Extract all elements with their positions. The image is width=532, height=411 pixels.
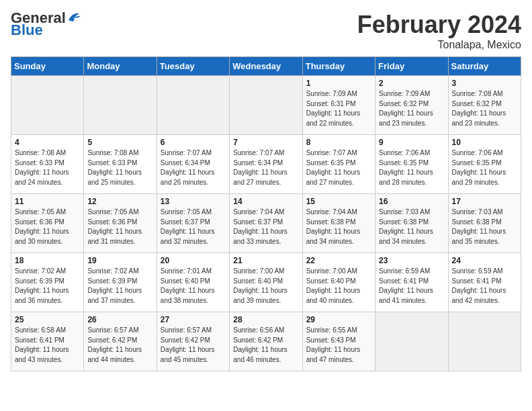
- page-header: General Blue February 2024 Tonalapa, Mex…: [11, 11, 521, 51]
- logo-bird-icon: [67, 11, 82, 23]
- calendar-cell: 11Sunrise: 7:05 AM Sunset: 6:36 PM Dayli…: [11, 194, 84, 253]
- day-info: Sunrise: 7:07 AM Sunset: 6:35 PM Dayligh…: [306, 148, 371, 187]
- day-number: 22: [306, 256, 371, 265]
- day-number: 19: [87, 256, 152, 265]
- calendar-subtitle: Tonalapa, Mexico: [357, 39, 521, 51]
- day-number: 18: [15, 256, 80, 265]
- day-number: 12: [87, 197, 152, 206]
- calendar-cell: 17Sunrise: 7:03 AM Sunset: 6:38 PM Dayli…: [448, 194, 521, 253]
- header-monday: Monday: [84, 57, 157, 76]
- day-info: Sunrise: 7:06 AM Sunset: 6:35 PM Dayligh…: [379, 148, 444, 187]
- day-info: Sunrise: 7:03 AM Sunset: 6:38 PM Dayligh…: [452, 208, 517, 246]
- calendar-cell: 23Sunrise: 6:59 AM Sunset: 6:41 PM Dayli…: [375, 253, 448, 312]
- week-row-4: 18Sunrise: 7:02 AM Sunset: 6:39 PM Dayli…: [11, 253, 521, 312]
- day-number: 9: [379, 138, 444, 147]
- day-number: 1: [306, 79, 371, 88]
- day-info: Sunrise: 7:05 AM Sunset: 6:36 PM Dayligh…: [87, 208, 152, 246]
- day-info: Sunrise: 7:04 AM Sunset: 6:37 PM Dayligh…: [233, 208, 298, 246]
- day-info: Sunrise: 7:02 AM Sunset: 6:39 PM Dayligh…: [87, 267, 152, 306]
- calendar-cell: 13Sunrise: 7:05 AM Sunset: 6:37 PM Dayli…: [157, 194, 229, 253]
- day-info: Sunrise: 6:57 AM Sunset: 6:42 PM Dayligh…: [87, 326, 152, 365]
- calendar-cell: 16Sunrise: 7:03 AM Sunset: 6:38 PM Dayli…: [375, 194, 448, 253]
- day-info: Sunrise: 6:57 AM Sunset: 6:42 PM Dayligh…: [161, 326, 226, 365]
- logo: General Blue: [11, 11, 82, 38]
- week-row-5: 25Sunrise: 6:58 AM Sunset: 6:41 PM Dayli…: [11, 312, 521, 371]
- calendar-cell: 2Sunrise: 7:09 AM Sunset: 6:32 PM Daylig…: [375, 76, 448, 135]
- day-number: 25: [15, 315, 80, 324]
- calendar-cell: 4Sunrise: 7:08 AM Sunset: 6:33 PM Daylig…: [11, 135, 84, 194]
- day-number: 2: [379, 79, 444, 88]
- day-number: 16: [379, 197, 444, 206]
- day-info: Sunrise: 7:05 AM Sunset: 6:37 PM Dayligh…: [161, 208, 226, 246]
- calendar-cell: 24Sunrise: 6:59 AM Sunset: 6:41 PM Dayli…: [448, 253, 521, 312]
- calendar-cell: [84, 76, 157, 135]
- header-friday: Friday: [375, 57, 448, 76]
- day-info: Sunrise: 7:07 AM Sunset: 6:34 PM Dayligh…: [161, 148, 226, 187]
- calendar-cell: 10Sunrise: 7:06 AM Sunset: 6:35 PM Dayli…: [448, 135, 521, 194]
- day-number: 3: [452, 79, 517, 88]
- week-row-3: 11Sunrise: 7:05 AM Sunset: 6:36 PM Dayli…: [11, 194, 521, 253]
- day-info: Sunrise: 7:05 AM Sunset: 6:36 PM Dayligh…: [15, 208, 80, 246]
- day-info: Sunrise: 7:03 AM Sunset: 6:38 PM Dayligh…: [379, 208, 444, 246]
- calendar-cell: [448, 312, 521, 371]
- day-info: Sunrise: 6:59 AM Sunset: 6:41 PM Dayligh…: [379, 267, 444, 306]
- day-number: 8: [306, 138, 371, 147]
- header-row: Sunday Monday Tuesday Wednesday Thursday…: [11, 57, 521, 76]
- calendar-cell: 14Sunrise: 7:04 AM Sunset: 6:37 PM Dayli…: [230, 194, 302, 253]
- day-info: Sunrise: 7:08 AM Sunset: 6:33 PM Dayligh…: [87, 148, 152, 187]
- calendar-header: Sunday Monday Tuesday Wednesday Thursday…: [11, 57, 521, 76]
- day-info: Sunrise: 7:09 AM Sunset: 6:31 PM Dayligh…: [306, 89, 371, 128]
- day-number: 21: [233, 256, 298, 265]
- header-tuesday: Tuesday: [157, 57, 229, 76]
- calendar-cell: 21Sunrise: 7:00 AM Sunset: 6:40 PM Dayli…: [230, 253, 302, 312]
- day-info: Sunrise: 7:09 AM Sunset: 6:32 PM Dayligh…: [379, 89, 444, 128]
- week-row-2: 4Sunrise: 7:08 AM Sunset: 6:33 PM Daylig…: [11, 135, 521, 194]
- day-info: Sunrise: 7:01 AM Sunset: 6:40 PM Dayligh…: [161, 267, 226, 306]
- day-info: Sunrise: 6:58 AM Sunset: 6:41 PM Dayligh…: [15, 326, 80, 365]
- calendar-cell: [375, 312, 448, 371]
- calendar-table: Sunday Monday Tuesday Wednesday Thursday…: [11, 56, 521, 371]
- logo-blue-text: Blue: [11, 23, 43, 38]
- day-info: Sunrise: 7:00 AM Sunset: 6:40 PM Dayligh…: [306, 267, 371, 306]
- day-number: 11: [15, 197, 80, 206]
- calendar-cell: 12Sunrise: 7:05 AM Sunset: 6:36 PM Dayli…: [84, 194, 157, 253]
- day-number: 15: [306, 197, 371, 206]
- calendar-title: February 2024: [357, 11, 521, 39]
- day-info: Sunrise: 7:07 AM Sunset: 6:34 PM Dayligh…: [233, 148, 298, 187]
- calendar-cell: 9Sunrise: 7:06 AM Sunset: 6:35 PM Daylig…: [375, 135, 448, 194]
- day-info: Sunrise: 7:00 AM Sunset: 6:40 PM Dayligh…: [233, 267, 298, 306]
- calendar-cell: 25Sunrise: 6:58 AM Sunset: 6:41 PM Dayli…: [11, 312, 84, 371]
- calendar-cell: 20Sunrise: 7:01 AM Sunset: 6:40 PM Dayli…: [157, 253, 229, 312]
- day-number: 10: [452, 138, 517, 147]
- title-block: February 2024 Tonalapa, Mexico: [357, 11, 521, 51]
- calendar-cell: 7Sunrise: 7:07 AM Sunset: 6:34 PM Daylig…: [230, 135, 302, 194]
- day-number: 6: [161, 138, 226, 147]
- calendar-cell: [157, 76, 229, 135]
- day-number: 13: [161, 197, 226, 206]
- day-number: 28: [233, 315, 298, 324]
- header-thursday: Thursday: [302, 57, 375, 76]
- calendar-cell: 29Sunrise: 6:55 AM Sunset: 6:43 PM Dayli…: [302, 312, 375, 371]
- calendar-cell: 26Sunrise: 6:57 AM Sunset: 6:42 PM Dayli…: [84, 312, 157, 371]
- calendar-body: 1Sunrise: 7:09 AM Sunset: 6:31 PM Daylig…: [11, 76, 521, 371]
- day-info: Sunrise: 6:59 AM Sunset: 6:41 PM Dayligh…: [452, 267, 517, 306]
- calendar-cell: 8Sunrise: 7:07 AM Sunset: 6:35 PM Daylig…: [302, 135, 375, 194]
- day-info: Sunrise: 6:55 AM Sunset: 6:43 PM Dayligh…: [306, 326, 371, 365]
- calendar-cell: 1Sunrise: 7:09 AM Sunset: 6:31 PM Daylig…: [302, 76, 375, 135]
- calendar-cell: 5Sunrise: 7:08 AM Sunset: 6:33 PM Daylig…: [84, 135, 157, 194]
- day-info: Sunrise: 7:06 AM Sunset: 6:35 PM Dayligh…: [452, 148, 517, 187]
- week-row-1: 1Sunrise: 7:09 AM Sunset: 6:31 PM Daylig…: [11, 76, 521, 135]
- day-number: 17: [452, 197, 517, 206]
- day-number: 7: [233, 138, 298, 147]
- day-number: 5: [87, 138, 152, 147]
- header-wednesday: Wednesday: [230, 57, 302, 76]
- day-info: Sunrise: 6:56 AM Sunset: 6:42 PM Dayligh…: [233, 326, 298, 365]
- day-info: Sunrise: 7:04 AM Sunset: 6:38 PM Dayligh…: [306, 208, 371, 246]
- calendar-cell: 22Sunrise: 7:00 AM Sunset: 6:40 PM Dayli…: [302, 253, 375, 312]
- header-saturday: Saturday: [448, 57, 521, 76]
- calendar-cell: 15Sunrise: 7:04 AM Sunset: 6:38 PM Dayli…: [302, 194, 375, 253]
- calendar-cell: 18Sunrise: 7:02 AM Sunset: 6:39 PM Dayli…: [11, 253, 84, 312]
- calendar-cell: 6Sunrise: 7:07 AM Sunset: 6:34 PM Daylig…: [157, 135, 229, 194]
- header-sunday: Sunday: [11, 57, 84, 76]
- calendar-cell: [230, 76, 302, 135]
